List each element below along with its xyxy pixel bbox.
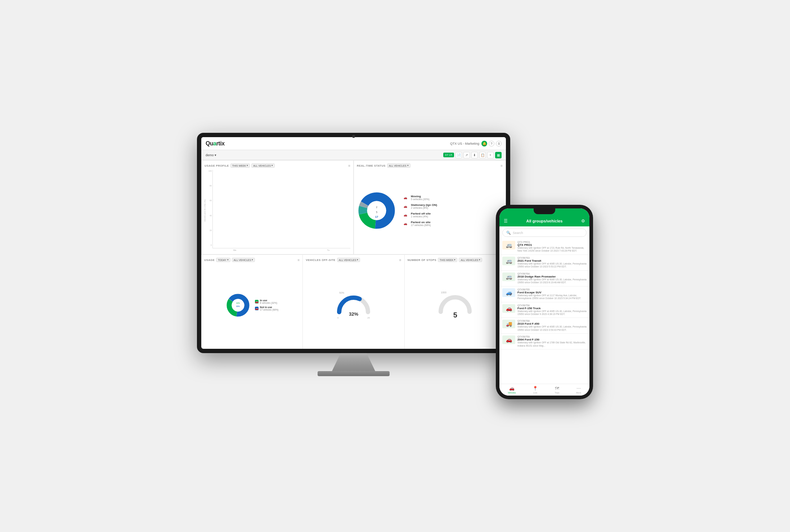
bottom-row: USAGE TODAY ▾ ALL VEHICLES ▾ ≡ [201, 254, 506, 349]
vehicle-thumb-4: 🚗 [502, 304, 515, 313]
offsite-value: 32% [349, 311, 358, 317]
phone-search-bar[interactable]: 🔍 Search [502, 229, 587, 237]
monitor: Quartix QTX US - Marketing 🔔 ? ℹ [197, 133, 510, 378]
live-nav-label: Live [533, 392, 537, 394]
x-label-mo: Mo [233, 249, 236, 251]
vehicle-status-2: Stationary with Ignition OFF at 4085 US-… [517, 278, 587, 284]
help-icon[interactable]: ? [489, 141, 494, 146]
svg-text:17: 17 [375, 215, 378, 218]
vehicle-status-4: Stationary with Ignition OFF at 4085 US-… [517, 310, 587, 316]
svg-text:5: 5 [376, 211, 377, 213]
header-right: QTX US - Marketing 🔔 ? ℹ [450, 141, 502, 146]
vehicle-name-3: Ford Escape SUV [517, 291, 587, 294]
vehicle-name-5: 2019 Ford F-450 [517, 322, 587, 325]
usage-profile-widget: USAGE PROFILE THIS WEEK ▾ ALL VEHICLES ▾… [201, 160, 354, 254]
time-badge: 07:15 [443, 153, 454, 157]
vehicle-info-3: QTX56755 Ford Escape SUV Stationary with… [517, 288, 587, 300]
vehicle-name-0: QTX PRO1 [517, 243, 587, 247]
realtime-menu[interactable]: ≡ [501, 164, 503, 168]
vehicle-item-4[interactable]: 🚗 QTX56756 Ford F-150 Truck Stationary w… [499, 302, 589, 318]
stops-value: 5 [453, 311, 457, 319]
offsite-scale: 0 25 [337, 317, 370, 319]
vehicle-item-6[interactable]: 🚗 QTX56759 2004 Ford F-150 Stationary wi… [499, 334, 589, 350]
vehicle-item-2[interactable]: 🚐 QTX56764 2018 Dodge Ram Promaster Stat… [499, 271, 589, 287]
trips-nav-label: Trips [555, 392, 559, 394]
phone-notch [534, 208, 555, 214]
vehicle-item-5[interactable]: 🚚 QTX56768 2019 Ford F-450 Stationary wi… [499, 318, 589, 334]
vehicle-item-3[interactable]: 🚙 QTX56755 Ford Escape SUV Stationary wi… [499, 287, 589, 302]
demo-dropdown[interactable]: demo ▾ [206, 153, 216, 157]
share-icon-btn[interactable]: ↗ [463, 152, 470, 158]
toolbar-left: demo ▾ [206, 153, 216, 157]
report-icon-btn[interactable]: 📄 [455, 152, 462, 158]
vehicle-thumb-1: 🚐 [502, 257, 515, 265]
offsite-header: VEHICLES OFF-SITE ALL VEHICLES ▾ ≡ [306, 258, 401, 262]
usage-vehicle-filter[interactable]: ALL VEHICLES ▾ [232, 258, 255, 262]
stops-filters: NUMBER OF STOPS THIS WEEK ▾ ALL VEHICLES… [408, 258, 482, 262]
vehicle-status-3: Stationary with Ignition OFF at 1117 Mur… [517, 294, 587, 300]
header-icons: 🔔 ? ℹ [481, 141, 502, 146]
parked-off-text: Parked off site 1 vehicles (4%) [411, 212, 431, 218]
usage-title: USAGE [204, 258, 215, 262]
stationary-on-icon: 🚗 [402, 204, 409, 208]
app-header: Quartix QTX US - Marketing 🔔 ? ℹ [201, 137, 506, 150]
usage-legend: 🚗 In use 8 vehicles (32%) 🚗 [255, 299, 279, 311]
moving-icon: 🚗 [402, 195, 409, 200]
download-icon-btn[interactable]: ⬇ [471, 152, 478, 158]
usage-profile-menu[interactable]: ≡ [348, 164, 350, 168]
vehicle-id-4: QTX56756 [517, 304, 587, 307]
vehicle-item-0[interactable]: 🚐 QTX PRO1 QTX PRO1 Stationary with Igni… [499, 239, 589, 255]
parked-on-icon: 🚗 [402, 221, 409, 226]
offsite-widget: VEHICLES OFF-SITE ALL VEHICLES ▾ ≡ 50% [303, 255, 404, 349]
phone-menu-icon[interactable]: ☰ [504, 218, 508, 224]
phone-search-icon: 🔍 [506, 231, 511, 235]
vehicle-list: 🚐 QTX PRO1 QTX PRO1 Stationary with Igni… [499, 239, 589, 384]
stops-title: NUMBER OF STOPS [408, 258, 436, 262]
more-nav-icon: ⋯ [576, 386, 581, 391]
usage-profile-vehicle-filter[interactable]: ALL VEHICLES ▾ [251, 163, 275, 168]
usage-profile-time-filter[interactable]: THIS WEEK ▾ [230, 163, 250, 168]
offsite-menu[interactable]: ≡ [399, 258, 401, 262]
realtime-status-widget: REAL-TIME STATUS ALL VEHICLES ▾ ≡ [354, 160, 506, 254]
vehicle-info-1: QTX56763 2021 Ford Transit Stationary wi… [517, 257, 587, 269]
phone-outer: ☰ All groups/vehicles ⚙ 🔍 Search 🚐 QTX P… [496, 205, 593, 399]
usage-chart-area: 32% 68% 🚗 In use 8 vehicle [204, 264, 300, 346]
phone-nav-more[interactable]: ⋯ More [576, 386, 581, 394]
copy-icon-btn[interactable]: 📋 [479, 152, 486, 158]
toolbar-right: 07:15 📄 ↗ ⬇ 📋 + ▦ [443, 152, 502, 158]
phone-settings-icon[interactable]: ⚙ [581, 218, 585, 224]
y-axis-label: VEHICLES IN USE (%) [204, 199, 206, 222]
offsite-vehicle-filter[interactable]: ALL VEHICLES ▾ [337, 258, 360, 262]
monitor-screen: Quartix QTX US - Marketing 🔔 ? ℹ [201, 137, 506, 349]
vehicle-id-3: QTX56755 [517, 288, 587, 291]
realtime-donut-chart: 2 5 17 [357, 191, 396, 230]
vehicle-thumb-2: 🚐 [502, 272, 515, 281]
phone-nav-trips[interactable]: 🗺 Trips [555, 386, 559, 394]
usage-profile-header: USAGE PROFILE THIS WEEK ▾ ALL VEHICLES ▾… [205, 163, 350, 168]
app-logo: Quartix [206, 140, 225, 147]
status-moving: 🚗 Moving 5 vehicles (20%) [402, 195, 437, 200]
vehicle-info-6: QTX56759 2004 Ford F-150 Stationary with… [517, 335, 587, 347]
add-icon-btn[interactable]: + [487, 152, 494, 158]
phone-nav-live[interactable]: 📍 Live [533, 386, 538, 394]
notification-icon[interactable]: 🔔 [481, 141, 487, 146]
vehicle-info-2: QTX56764 2018 Dodge Ram Promaster Statio… [517, 272, 587, 284]
phone-nav-vehicles[interactable]: 🚗 Vehicles [508, 386, 516, 394]
stops-max-label: 1000 [441, 291, 446, 294]
vehicle-name-6: 2004 Ford F-150 [517, 338, 587, 341]
vehicle-item-1[interactable]: 🚐 QTX56763 2021 Ford Transit Stationary … [499, 255, 589, 271]
usage-profile-filters: USAGE PROFILE THIS WEEK ▾ ALL VEHICLES ▾ [205, 163, 275, 168]
vehicles-nav-icon: 🚗 [509, 386, 515, 391]
usage-time-filter[interactable]: TODAY ▾ [216, 258, 230, 262]
info-icon[interactable]: ℹ [496, 141, 502, 146]
usage-menu[interactable]: ≡ [297, 258, 300, 262]
monitor-stand [332, 353, 375, 371]
realtime-vehicle-filter[interactable]: ALL VEHICLES ▾ [387, 163, 410, 168]
stops-vehicle-filter[interactable]: ALL VEHICLES ▾ [459, 258, 482, 262]
usage-header: USAGE TODAY ▾ ALL VEHICLES ▾ ≡ [204, 258, 300, 262]
vehicle-info-0: QTX PRO1 QTX PRO1 Stationary with Igniti… [517, 241, 587, 253]
grid-icon-btn[interactable]: ▦ [495, 152, 502, 158]
status-parked-on: 🚗 Parked on site 17 vehicles (68%) [402, 221, 437, 226]
stops-time-filter[interactable]: THIS WEEK ▾ [438, 258, 458, 262]
phone-search-placeholder: Search [513, 231, 523, 235]
